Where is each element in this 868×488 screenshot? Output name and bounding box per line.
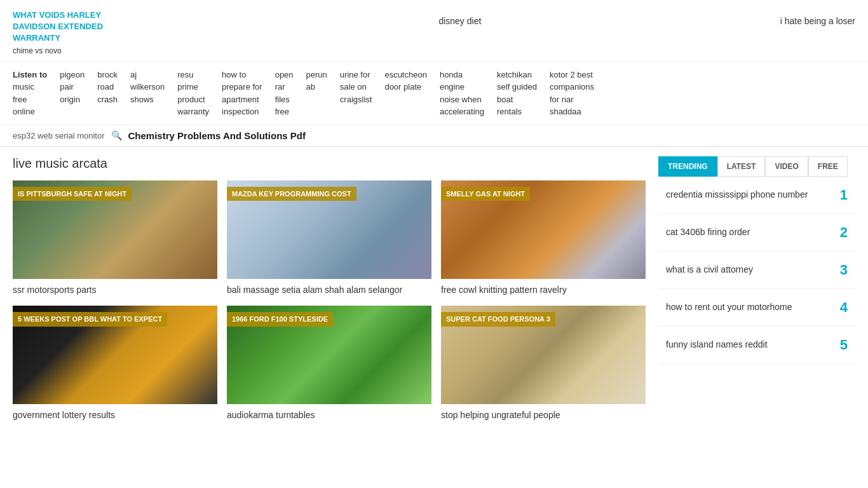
nav-link-10-2[interactable]: noise when [440,93,484,106]
nav-link-8-0[interactable]: urine for [340,69,372,81]
nav-link-11-3[interactable]: rentals [497,105,537,118]
nav-item-12[interactable]: kotor 2 bestcompanionsfor narshaddaa [550,69,594,118]
header-right: i hate being a loser [780,10,855,26]
nav-link-1-0[interactable]: pigeon [60,69,85,81]
nav-link-5-0[interactable]: how to [222,69,262,81]
trending-item-num-4: 4 [832,299,848,316]
trending-item-4[interactable]: how to rent out your motorhome4 [658,289,855,327]
article-title-5: stop helping ungrateful people [441,409,646,422]
trending-item-num-2: 2 [832,224,848,241]
article-card-3[interactable]: 5 WEEKS POST OP BBL WHAT TO EXPECTgovern… [13,306,217,422]
article-label-0: IS PITTSBURGH SAFE AT NIGHT [13,187,132,201]
nav-link-3-2[interactable]: shows [130,93,165,106]
article-image-2: SMELLY GAS AT NIGHT [441,180,646,279]
nav-item-9[interactable]: escutcheondoor plate [384,69,427,93]
nav-link-6-3[interactable]: free [275,105,294,118]
nav-item-11[interactable]: ketchikanself guidedboatrentals [497,69,537,118]
trending-list: credentia mississippi phone number1cat 3… [658,177,855,364]
article-title-3: government lottery results [13,409,217,422]
nav-item-10[interactable]: hondaenginenoise whenaccelerating [440,69,484,118]
nav-link-9-1[interactable]: door plate [384,81,427,93]
nav-link-11-2[interactable]: boat [497,93,537,106]
article-card-4[interactable]: 1966 FORD F100 STYLESIDEaudiokarma turnt… [227,306,431,422]
nav-link-5-3[interactable]: inspection [222,105,262,118]
nav-link-12-3[interactable]: shaddaa [550,105,594,118]
trending-item-text-4: how to rent out your motorhome [666,301,825,314]
header-sublink[interactable]: chime vs novo [13,46,140,55]
nav-link-8-2[interactable]: craigslist [340,93,372,106]
sidebar-tab-trending[interactable]: TRENDING [658,156,717,177]
nav-link-10-0[interactable]: honda [440,69,484,81]
nav-link-2-1[interactable]: road [97,81,118,93]
nav-link-10-3[interactable]: accelerating [440,105,484,118]
nav-link-3-1[interactable]: wilkerson [130,81,165,93]
nav-link-12-2[interactable]: for nar [550,93,594,106]
trending-item-5[interactable]: funny island names reddit5 [658,327,855,364]
nav-link-0-1[interactable]: music [13,81,47,93]
nav-link-7-0[interactable]: perun [306,69,327,81]
article-title-1: bali massage setia alam shah alam selang… [227,284,431,297]
nav-link-0-2[interactable]: free [13,93,47,106]
article-title-0: ssr motorsports parts [13,284,217,297]
trending-item-3[interactable]: what is a civil attorney3 [658,252,855,289]
nav-link-4-1[interactable]: prime [177,81,209,93]
article-image-0: IS PITTSBURGH SAFE AT NIGHT [13,180,217,279]
nav-item-3[interactable]: ajwilkersonshows [130,69,165,106]
sidebar-tab-video[interactable]: VIDEO [765,156,808,177]
section-title: live music arcata [13,156,646,171]
trending-item-1[interactable]: credentia mississippi phone number1 [658,177,855,214]
nav-item-6[interactable]: openrarfilesfree [275,69,294,118]
nav-item-7[interactable]: perunab [306,69,327,93]
trending-item-num-5: 5 [832,337,848,353]
nav-link-2-0[interactable]: brock [97,69,118,81]
nav-item-4[interactable]: resuprimeproductwarranty [177,69,209,118]
nav-link-12-0[interactable]: kotor 2 best [550,69,594,81]
nav-link-5-1[interactable]: prepare for [222,81,262,93]
article-card-0[interactable]: IS PITTSBURGH SAFE AT NIGHTssr motorspor… [13,180,217,297]
nav-link-6-2[interactable]: files [275,93,294,106]
trending-item-text-2: cat 3406b firing order [666,226,825,239]
search-bar: esp32 web serial monitor 🔍 Chemistry Pro… [0,125,868,147]
main-content: live music arcata IS PITTSBURGH SAFE AT … [0,147,868,431]
nav-item-1[interactable]: pigeonpairorigin [60,69,85,106]
search-text[interactable]: esp32 web serial monitor [13,131,105,140]
nav-link-4-2[interactable]: product [177,93,209,106]
nav-item-0[interactable]: Listen tomusicfreeonline [13,69,47,118]
nav-link-7-1[interactable]: ab [306,81,327,93]
bold-search-link[interactable]: Chemistry Problems And Solutions Pdf [128,130,306,141]
right-sidebar: TRENDINGLATESTVIDEOFREE credentia missis… [658,156,855,422]
nav-link-2-2[interactable]: crash [97,93,118,106]
nav-link-8-1[interactable]: sale on [340,81,372,93]
nav-link-11-1[interactable]: self guided [497,81,537,93]
nav-link-0-0[interactable]: Listen to [13,69,47,81]
nav-link-11-0[interactable]: ketchikan [497,69,537,81]
header-right-link[interactable]: i hate being a loser [780,16,855,26]
left-content: live music arcata IS PITTSBURGH SAFE AT … [13,156,646,422]
nav-link-5-2[interactable]: apartment [222,93,262,106]
trending-item-2[interactable]: cat 3406b firing order2 [658,214,855,252]
nav-link-4-3[interactable]: warranty [177,105,209,118]
nav-link-1-2[interactable]: origin [60,93,85,106]
nav-item-2[interactable]: brockroadcrash [97,69,118,106]
nav-item-8[interactable]: urine forsale oncraigslist [340,69,372,106]
nav-links: Listen tomusicfreeonlinepigeonpairorigin… [0,62,868,125]
article-image-5: SUPER CAT FOOD PERSONA 3 [441,306,646,404]
nav-link-4-0[interactable]: resu [177,69,209,81]
article-card-2[interactable]: SMELLY GAS AT NIGHTfree cowl knitting pa… [441,180,646,297]
nav-item-5[interactable]: how toprepare forapartmentinspection [222,69,262,118]
nav-link-0-3[interactable]: online [13,105,47,118]
article-card-5[interactable]: SUPER CAT FOOD PERSONA 3stop helping ung… [441,306,646,422]
nav-link-3-0[interactable]: aj [130,69,165,81]
nav-link-6-0[interactable]: open [275,69,294,81]
nav-link-6-1[interactable]: rar [275,81,294,93]
nav-link-9-0[interactable]: escutcheon [384,69,427,81]
header-center-link[interactable]: disney diet [438,16,481,26]
nav-link-10-1[interactable]: engine [440,81,484,93]
trending-item-text-3: what is a civil attorney [666,264,825,276]
sidebar-tab-latest[interactable]: LATEST [717,156,766,177]
article-card-1[interactable]: MAZDA KEY PROGRAMMING COSTbali massage s… [227,180,431,297]
sidebar-tab-free[interactable]: FREE [808,156,848,177]
nav-link-12-1[interactable]: companions [550,81,594,93]
header-left-link[interactable]: WHAT VOIDS HARLEY DAVIDSON EXTENDED WARR… [13,10,103,43]
nav-link-1-1[interactable]: pair [60,81,85,93]
